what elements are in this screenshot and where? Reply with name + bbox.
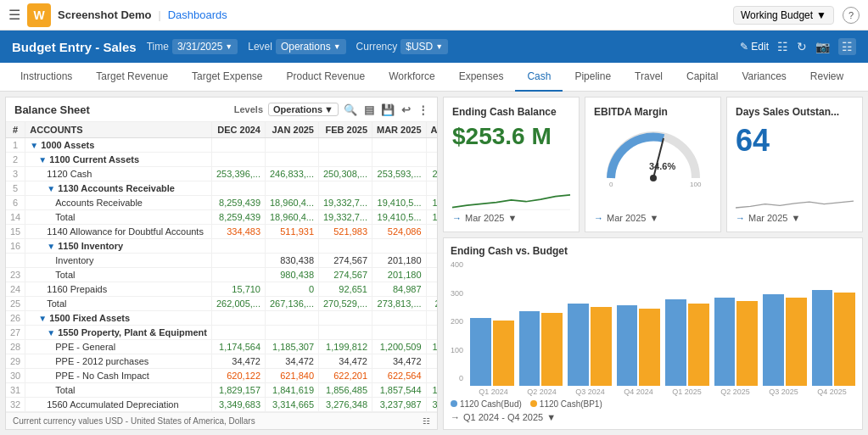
cash-chevron-icon: ▼ <box>507 213 517 223</box>
tab-review[interactable]: Review <box>798 63 855 92</box>
days-sales-title: Days Sales Outstan... <box>736 106 854 118</box>
time-value-selector[interactable]: 3/31/2025 ▼ <box>172 39 238 54</box>
bar-bp1 <box>834 293 855 386</box>
days-sales-card: Days Sales Outstan... 64 → Mar 2025 ▼ <box>726 97 863 232</box>
table-row[interactable]: Inventory830,438274,567201,180330,31... <box>6 254 437 268</box>
svg-point-1 <box>650 175 657 181</box>
table-row[interactable]: 1▼1000 Assets <box>6 138 437 153</box>
svg-text:34.6%: 34.6% <box>649 161 675 171</box>
help-icon[interactable]: ? <box>843 7 860 24</box>
level-chevron-icon: ▼ <box>333 42 341 51</box>
copy-icon[interactable]: ▤ <box>364 103 374 116</box>
ebitda-chevron-icon: ▼ <box>649 213 658 223</box>
page-title: Budget Entry - Sales <box>12 40 137 54</box>
ending-cash-title: Ending Cash Balance <box>452 106 570 118</box>
hamburger-menu[interactable]: ☰ <box>8 7 20 23</box>
grid-icon[interactable]: ☷ <box>838 38 856 55</box>
bar-group <box>665 299 709 386</box>
levels-chevron-icon: ▼ <box>324 104 333 114</box>
table-row[interactable]: 241160 Prepaids15,710092,65184,98777,31.… <box>6 282 437 297</box>
table-row[interactable]: 26▼1500 Fixed Assets <box>6 311 437 326</box>
bar-group <box>519 311 563 386</box>
undo-icon[interactable]: ↩ <box>401 103 411 116</box>
tab-capital[interactable]: Capital <box>675 63 730 92</box>
table-row[interactable]: 29PPE - 2012 purchases34,47234,47234,472… <box>6 354 437 369</box>
tab-instructions[interactable]: Instructions <box>8 63 84 92</box>
chart-area <box>470 260 855 386</box>
table-row[interactable]: 23Total980,438274,567201,180330,31... <box>6 268 437 282</box>
tab-cash[interactable]: Cash <box>515 63 563 92</box>
header-bar: Budget Entry - Sales Time 3/31/2025 ▼ Le… <box>0 31 868 63</box>
tab-product-revenue[interactable]: Product Revenue <box>274 63 377 92</box>
bar-bud <box>763 294 784 386</box>
working-budget-selector[interactable]: Working Budget ▼ <box>733 6 834 25</box>
panel-controls: Levels Operations ▼ 🔍 ▤ 💾 ↩ ⋮ <box>234 103 428 116</box>
edit-button[interactable]: ✎ Edit <box>740 41 769 53</box>
table-row[interactable]: 31120 Cash253,396,...246,833,...250,308,… <box>6 167 437 181</box>
cash-card-footer[interactable]: → Mar 2025 ▼ <box>452 213 570 223</box>
levels-dropdown[interactable]: Operations ▼ <box>268 103 339 116</box>
level-value-selector[interactable]: Operations ▼ <box>276 39 346 54</box>
search-icon[interactable]: 🔍 <box>344 103 357 116</box>
panel-footer: Current currency values USD - United Sta… <box>6 412 437 429</box>
tab-pipeline[interactable]: Pipeline <box>563 63 623 92</box>
ebitda-title: EBITDA Margin <box>594 106 712 118</box>
bar-group <box>568 304 612 386</box>
days-sparkline <box>736 192 854 213</box>
save-icon[interactable]: 💾 <box>381 103 395 116</box>
bar-bud <box>665 299 686 386</box>
footer-text: Current currency values USD - United Sta… <box>13 416 255 426</box>
more-icon[interactable]: ⋮ <box>417 103 428 116</box>
currency-label: Currency <box>356 41 398 53</box>
balance-table[interactable]: #ACCOUNTSDEC 2024JAN 2025FEB 2025MAR 202… <box>6 122 437 412</box>
table-row[interactable]: 16▼1150 Inventory <box>6 239 437 254</box>
panel-header: Balance Sheet Levels Operations ▼ 🔍 ▤ 💾 … <box>6 98 437 122</box>
footer-icon: ☷ <box>423 416 430 426</box>
tab-variances[interactable]: Variances <box>730 63 798 92</box>
ebitda-card-footer[interactable]: → Mar 2025 ▼ <box>594 213 712 223</box>
table-row[interactable]: 31Total1,829,1571,841,6191,856,4851,857,… <box>6 383 437 398</box>
level-field: Level Operations ▼ <box>248 39 345 54</box>
table-row[interactable]: 30PPE - No Cash Impact620,122621,840622,… <box>6 369 437 383</box>
top-cards: Ending Cash Balance $253.6 M → Mar 2025 … <box>443 97 863 232</box>
table-row[interactable]: 14Total8,259,43918,960,4...19,332,7...19… <box>6 210 437 225</box>
table-row[interactable]: 25Total262,005,...267,136,...270,529,...… <box>6 297 437 311</box>
tab-target-revenue[interactable]: Target Revenue <box>84 63 180 92</box>
days-card-footer[interactable]: → Mar 2025 ▼ <box>736 213 854 223</box>
days-arrow-icon: → <box>736 213 745 223</box>
tab-bar: InstructionsTarget RevenueTarget Expense… <box>0 63 868 92</box>
app-logo: W <box>27 3 51 27</box>
filter-icon[interactable]: ☷ <box>777 40 788 53</box>
cash-arrow-icon: → <box>452 213 462 223</box>
bar-bp1 <box>591 307 612 386</box>
bar-bud <box>568 304 589 386</box>
top-nav: ☰ W Screenshot Demo | Dashboards Working… <box>0 0 868 31</box>
table-row[interactable]: 28PPE - General1,174,5641,185,3071,199,8… <box>6 340 437 354</box>
table-row[interactable]: 2▼1100 Current Assets <box>6 153 437 167</box>
bar-bud <box>470 318 491 386</box>
y-axis: 4003002001000 <box>451 260 463 396</box>
refresh-icon[interactable]: ↻ <box>797 40 807 53</box>
header-right-actions: ✎ Edit ☷ ↻ 📷 ☷ <box>740 38 856 55</box>
tab-workforce[interactable]: Workforce <box>377 63 446 92</box>
currency-value-selector[interactable]: $USD ▼ <box>400 39 448 54</box>
top-nav-right: Working Budget ▼ ? <box>733 6 860 25</box>
app-name: Screenshot Demo <box>58 8 152 21</box>
dashboards-link[interactable]: Dashboards <box>168 8 227 21</box>
chevron-down-icon: ▼ <box>816 9 826 21</box>
nav-separator: | <box>159 9 161 21</box>
table-row[interactable]: 321560 Accumulated Depreciation3,349,683… <box>6 398 437 412</box>
legend-blue: 1120 Cash(Bud) <box>451 399 522 409</box>
tab-expenses[interactable]: Expenses <box>447 63 516 92</box>
chart-footer[interactable]: → Q1 2024 - Q4 2025 ▼ <box>451 412 855 422</box>
tab-target-expense[interactable]: Target Expense <box>180 63 274 92</box>
bar-group <box>763 294 807 386</box>
svg-text:100: 100 <box>690 181 702 188</box>
table-row[interactable]: 27▼1550 Property, Plant & Equipment <box>6 326 437 340</box>
tab-travel[interactable]: Travel <box>623 63 675 92</box>
bar-bp1 <box>541 313 563 386</box>
table-row[interactable]: 151140 Allowance for Doubtful Accounts33… <box>6 225 437 239</box>
table-row[interactable]: 5▼1130 Accounts Receivable <box>6 181 437 196</box>
camera-icon[interactable]: 📷 <box>815 40 830 53</box>
table-row[interactable]: 6Accounts Receivable8,259,43918,960,4...… <box>6 196 437 210</box>
